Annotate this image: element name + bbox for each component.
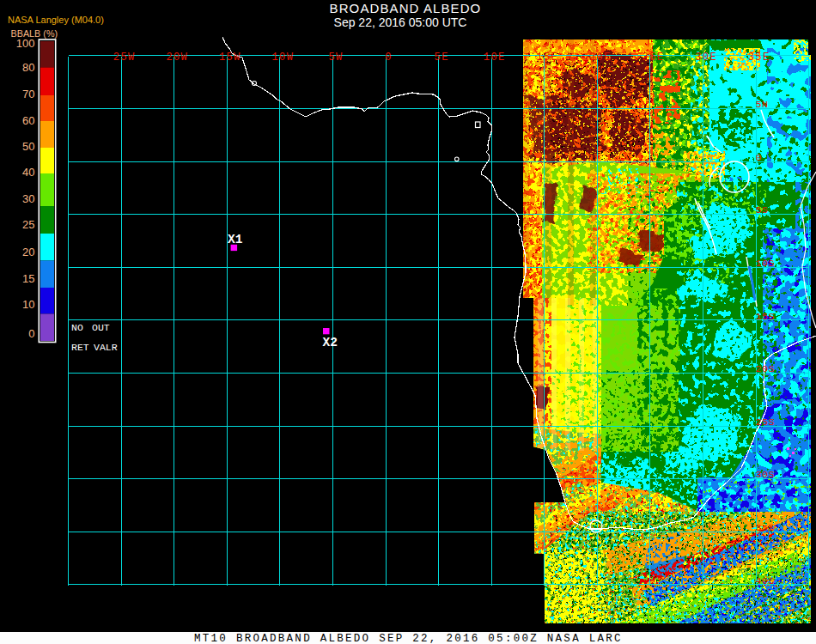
svg-text:10W: 10W [271,52,294,64]
svg-text:80: 80 [22,61,34,74]
svg-text:30: 30 [22,192,34,205]
svg-text:60: 60 [22,114,34,127]
svg-text:25E: 25E [642,52,665,64]
svg-text:30S: 30S [756,469,776,480]
svg-text:NASA Langley (M04.0): NASA Langley (M04.0) [8,15,104,25]
svg-text:5E: 5E [435,52,449,64]
svg-text:20W: 20W [166,52,188,64]
svg-text:50: 50 [22,140,34,153]
svg-text:5S: 5S [756,204,769,216]
svg-text:40: 40 [22,166,34,179]
svg-text:25S: 25S [756,416,776,428]
svg-text:0: 0 [28,327,34,340]
svg-text:20E: 20E [589,52,612,64]
svg-text:15S: 15S [756,311,776,322]
svg-text:BROADBAND ALBEDO: BROADBAND ALBEDO [330,1,482,15]
svg-text:100: 100 [16,37,35,50]
svg-text:10: 10 [22,298,34,311]
svg-text:35E: 35E [748,52,770,64]
svg-text:20: 20 [22,246,34,258]
svg-text:30E: 30E [695,52,717,64]
svg-text:10S: 10S [756,258,776,269]
svg-text:35S: 35S [756,522,776,533]
svg-text:20S: 20S [756,363,776,374]
svg-text:15: 15 [22,272,34,285]
svg-text:0: 0 [385,52,393,64]
svg-text:0: 0 [756,152,763,163]
svg-text:10E: 10E [484,52,506,64]
svg-text:X1: X1 [228,233,243,246]
svg-text:70: 70 [22,88,34,100]
svg-text:25: 25 [22,218,34,231]
svg-text:40S: 40S [756,575,776,586]
svg-text:MT10 BROADBAND ALBEDO SEP 2: MT10 BROADBAND ALBEDO SEP 22, 2016 05:00… [194,633,623,644]
svg-text:Sep 22, 2016 05:00 UTC: Sep 22, 2016 05:00 UTC [334,15,467,29]
svg-text:BBALB (%): BBALB (%) [11,28,58,39]
svg-text:15W: 15W [219,52,241,64]
svg-text:X2: X2 [323,336,338,349]
svg-text:RET: RET [71,342,89,353]
svg-text:VALR: VALR [94,342,118,353]
svg-text:5W: 5W [328,52,343,64]
svg-text:15E: 15E [536,52,558,64]
svg-text:OUT: OUT [92,322,110,333]
svg-text:25W: 25W [113,52,136,64]
svg-text:5N: 5N [756,99,769,110]
svg-text:NO: NO [71,322,83,333]
